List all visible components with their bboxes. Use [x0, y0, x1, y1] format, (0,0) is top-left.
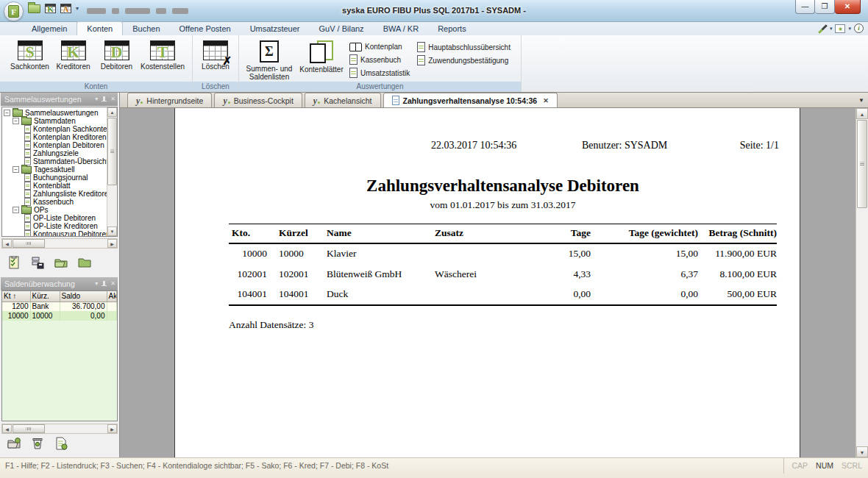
panel2-title: Saldenüberwachung	[4, 279, 75, 288]
saldo-row[interactable]: 10000 10000 0,00	[2, 311, 117, 321]
tree-item[interactable]: Kontenplan Debitoren	[4, 141, 117, 149]
delete-entry-icon[interactable]	[31, 437, 44, 450]
status-bar: F1 - Hilfe; F2 - Listendruck; F3 - Suche…	[0, 457, 868, 478]
report-viewport[interactable]: 22.03.2017 10:54:36 Benutzer: SYSADM Sei…	[120, 108, 855, 457]
saldo-cell-akt	[107, 311, 117, 321]
scroll-up-icon[interactable]: ▲	[107, 107, 117, 117]
debitoren-button[interactable]: D Debitoren	[96, 39, 138, 80]
tree-item-tagesaktuell[interactable]: − Tagesaktuell	[4, 165, 117, 174]
tree-vertical-scrollbar[interactable]: ▲ ▼	[107, 107, 117, 236]
maximize-button[interactable]: ❐	[815, 0, 835, 14]
tree-item[interactable]: OP-Liste Debitoren	[4, 214, 117, 222]
tab-list-dropdown-icon[interactable]: ▼	[858, 97, 864, 104]
collapse-icon[interactable]: −	[13, 207, 19, 213]
tree-item[interactable]: Kontoauszug Debitoren	[4, 230, 117, 237]
tab-zahlungsverhaltensanalyse[interactable]: Zahlungsverhaltensanalyse 10:54:36 ✕	[383, 93, 558, 107]
tab-kachelansicht[interactable]: y Kachelansicht	[305, 93, 381, 107]
sachkonten-button[interactable]: S Sachkonten	[9, 39, 51, 80]
scroll-left-icon[interactable]: ◀	[2, 424, 12, 433]
open-folder-icon[interactable]	[54, 256, 68, 269]
view-style-icon[interactable]: ★	[835, 24, 845, 33]
kassenbuch-label: Kassenbuch	[360, 55, 401, 65]
scroll-down-icon[interactable]: ▼	[856, 446, 868, 457]
document-icon	[417, 55, 425, 65]
tree-item[interactable]: Zahlungsziele	[4, 149, 117, 157]
tree-item[interactable]: Kontenplan Kreditoren	[4, 133, 117, 141]
kreditoren-button[interactable]: K Kreditoren	[52, 39, 94, 80]
folder-icon[interactable]	[78, 256, 91, 269]
cell-tage-gewichtet: 0,00	[591, 285, 698, 305]
scroll-up-icon[interactable]: ▲	[856, 108, 868, 119]
umsatzstatistik-button[interactable]: Umsatzstatistik	[349, 68, 410, 78]
ribbon-tab-reports[interactable]: Reports	[428, 22, 476, 35]
tree-item[interactable]: Kontenplan Sachkonten	[4, 125, 117, 133]
tree-scroll-thumb[interactable]	[107, 118, 117, 185]
collapse-icon[interactable]: −	[13, 118, 19, 124]
hauptabschluss-button[interactable]: Hauptabschlussübersicht	[417, 42, 511, 52]
scroll-left-icon[interactable]: ◀	[2, 239, 12, 248]
ribbon-tab-buchen[interactable]: Buchen	[123, 22, 169, 35]
open-report-icon[interactable]	[7, 437, 21, 450]
export-doc-icon[interactable]	[54, 437, 68, 450]
folder-icon	[21, 207, 32, 214]
tree-item[interactable]: Buchungsjournal	[4, 174, 117, 182]
tree-item-ops[interactable]: − OPs	[4, 206, 117, 214]
info-icon[interactable]: i	[854, 24, 864, 33]
ribbon-tab-offene-posten[interactable]: Offene Posten	[170, 22, 241, 35]
panel1-pin-icon[interactable]	[102, 96, 107, 103]
saldo-horizontal-scrollbar[interactable]: ◀ ▶	[1, 424, 118, 434]
tree-horizontal-scrollbar[interactable]: ◀ ▶	[1, 238, 118, 249]
panel2-dropdown-icon[interactable]: ▾	[95, 277, 98, 290]
kostenstellen-label: Kostenstellen	[140, 63, 185, 71]
close-button[interactable]: ✕	[835, 0, 861, 14]
view-style-dropdown-icon[interactable]: ▾	[848, 26, 851, 32]
doc-scroll-thumb[interactable]	[857, 120, 867, 208]
collapse-icon[interactable]: −	[13, 166, 19, 173]
loeschen-button[interactable]: ✗ Löschen	[199, 39, 232, 80]
syska-page-icon: y	[313, 97, 320, 104]
saldo-row[interactable]: 1200 Bank 36.700,00	[2, 302, 117, 311]
edit-pencil-icon[interactable]	[818, 24, 827, 33]
checklist-icon[interactable]	[7, 256, 21, 269]
ribbon-tab-guv-bilanz[interactable]: GuV / Bilanz	[309, 22, 373, 35]
zuwendung-button[interactable]: Zuwendungsbestätigung	[417, 55, 511, 65]
save-structure-icon[interactable]	[31, 256, 44, 269]
panel2-close-icon[interactable]: ✕	[110, 277, 115, 290]
saldo-col-kuerz[interactable]: Kürz.	[30, 291, 60, 302]
saldenueberwachung-panel-header[interactable]: Saldenüberwachung ▾ ✕	[1, 277, 118, 290]
scroll-right-icon[interactable]: ▶	[107, 239, 117, 248]
kostenstellen-button[interactable]: T Kostenstellen	[139, 39, 186, 80]
pencil-dropdown-icon[interactable]: ▾	[830, 26, 833, 32]
panel2-pin-icon[interactable]	[102, 281, 107, 288]
tab-hintergrundseite[interactable]: y Hintergrundseite	[127, 93, 212, 107]
kontenblaetter-button[interactable]: Kontenblätter	[295, 39, 348, 80]
saldo-col-saldo[interactable]: Saldo	[60, 291, 107, 302]
panel1-dropdown-icon[interactable]: ▾	[95, 93, 98, 106]
tree-item[interactable]: OP-Liste Kreditoren	[4, 222, 117, 230]
scroll-right-icon[interactable]: ▶	[107, 424, 117, 433]
summen-saldenlisten-button[interactable]: Σ Summen- und Saldenlisten	[245, 39, 294, 80]
kassenbuch-button[interactable]: Kassenbuch	[349, 54, 410, 65]
tree-item[interactable]: Zahlungsliste Kreditoren	[4, 190, 117, 198]
tab-business-cockpit[interactable]: y Business-Cockpit	[214, 93, 302, 107]
tab-close-icon[interactable]: ✕	[541, 97, 549, 104]
ribbon-tab-bwa-kr[interactable]: BWA / KR	[374, 22, 429, 35]
panel1-close-icon[interactable]: ✕	[110, 93, 115, 106]
saldo-col-akt[interactable]: Akt	[107, 291, 117, 302]
document-vertical-scrollbar[interactable]: ▲ ▼	[855, 108, 868, 457]
ribbon-tab-allgemein[interactable]: Allgemein	[22, 22, 77, 35]
sammelauswertungen-panel-header[interactable]: Sammelauswertungen ▾ ✕	[1, 93, 118, 106]
saldo-hscroll-thumb[interactable]	[13, 424, 45, 433]
tree-item[interactable]: Kontenblatt	[4, 182, 117, 190]
saldo-col-kt[interactable]: Kt ↑	[2, 291, 30, 302]
tree-label: Kontenblatt	[33, 182, 71, 190]
tree-item-stammdaten[interactable]: − Stammdaten	[4, 117, 117, 125]
ribbon-tab-umsatzsteuer[interactable]: Umsatzsteuer	[241, 22, 310, 35]
minimize-button[interactable]: —	[795, 0, 815, 14]
ribbon-tab-konten[interactable]: Konten	[77, 21, 123, 35]
tree-hscroll-thumb[interactable]	[13, 239, 45, 248]
collapse-icon[interactable]: −	[4, 110, 10, 116]
title-bar: F K A ▾ syska EURO FIBU Plus SQL 2017b1 …	[0, 0, 868, 22]
kontenplan-button[interactable]: Kontenplan	[349, 42, 410, 51]
scroll-down-icon[interactable]: ▼	[107, 226, 117, 236]
